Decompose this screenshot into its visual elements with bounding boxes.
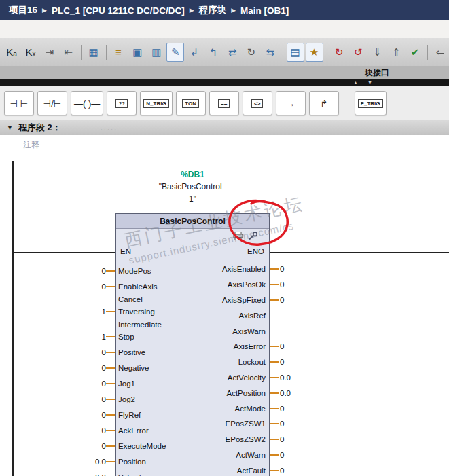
instance-name-line2[interactable]: 1" [115, 193, 270, 205]
delete-row-icon[interactable]: ↰ [204, 43, 222, 62]
n-trig-icon[interactable]: N_TRIG [140, 91, 172, 115]
breadcrumb-item[interactable]: 项目16 [9, 4, 37, 16]
cmp-ne-icon[interactable]: <> [243, 91, 272, 115]
output-label: AxisSpFixed [163, 296, 270, 304]
input-label: ModePos [118, 265, 151, 277]
input-value[interactable]: 0 [76, 424, 106, 437]
output-pin-row[interactable]: AxisError0 [163, 339, 319, 354]
interface-splitter-bar[interactable]: ▲ ▼ [0, 79, 449, 86]
output-pin-row[interactable]: ActPosition0.0 [163, 385, 319, 401]
absolute-view-icon[interactable]: Kₓ [22, 43, 39, 62]
absolute-operand-toggle-icon[interactable]: ▤ [287, 43, 304, 62]
upload-icon[interactable]: ⇑ [387, 43, 405, 62]
input-wire-stub [106, 414, 115, 416]
monitoring-icon[interactable]: ✔ [406, 43, 424, 62]
input-value[interactable]: 1 [76, 306, 106, 318]
input-value[interactable]: 0 [76, 378, 106, 390]
empty-box-icon[interactable]: ?? [107, 91, 137, 115]
instance-db-label[interactable]: %DB1 "BasicPosControl_ 1" [115, 168, 270, 205]
update-block-calls-icon[interactable]: ↻ [243, 43, 260, 62]
network-comment-placeholder[interactable]: 注释 [23, 139, 39, 151]
go-offline-icon[interactable]: ↺ [349, 43, 367, 62]
network-comment-dots[interactable]: ..... [101, 124, 118, 132]
close-branch-icon[interactable]: ↱ [309, 91, 339, 115]
program-editor-canvas[interactable]: 注释 %DB1 "BasicPosControl_ 1" BasicPosCon… [0, 135, 449, 476]
output-value[interactable]: 0 [280, 296, 284, 304]
input-value[interactable]: 0 [76, 393, 106, 405]
network-collapse-icon[interactable]: ▼ [7, 124, 13, 131]
input-value[interactable]: 0 [76, 280, 106, 293]
output-pin-row[interactable]: ActVelocity0.0 [163, 370, 319, 386]
output-pin-row[interactable]: Lockout0 [163, 354, 319, 370]
network-header[interactable]: ▼ 程序段 2： ..... [0, 120, 449, 136]
output-value[interactable]: 0 [280, 435, 284, 443]
output-value[interactable]: 0 [280, 265, 284, 273]
input-value[interactable]: 0.0 [76, 456, 106, 468]
cmp-eq-icon[interactable]: == [209, 91, 239, 115]
output-pin-row[interactable]: ActMode0 [163, 401, 319, 416]
output-pin-row[interactable]: AxisPosOk0 [163, 277, 319, 293]
output-value[interactable]: 0 [280, 342, 284, 350]
input-value[interactable]: 0 [76, 265, 106, 277]
output-label: EPosZSW2 [163, 435, 270, 443]
input-wire-stub [106, 383, 115, 384]
open-branch-icon[interactable]: → [276, 91, 306, 115]
network-list-icon[interactable]: ≡ [109, 43, 127, 62]
output-value[interactable]: 0.0 [280, 373, 291, 382]
go-online-icon[interactable]: ↻ [330, 43, 348, 62]
expand-networks-icon[interactable]: ▣ [128, 43, 146, 62]
no-contact-icon[interactable]: ⊣ ⊢ [4, 91, 34, 115]
p-trig-icon[interactable]: P_TRIG [355, 91, 387, 115]
splitter-down-icon[interactable]: ▼ [367, 79, 372, 86]
breadcrumb-item[interactable]: Main [OB1] [240, 5, 289, 16]
db-name[interactable]: %DB1 [115, 168, 270, 181]
nc-contact-icon[interactable]: ⊣/⊢ [37, 91, 67, 115]
output-value[interactable]: 0 [280, 420, 284, 428]
splitter-up-icon[interactable]: ▲ [353, 79, 358, 86]
input-value[interactable]: 0.0 [76, 471, 106, 476]
jump-to-icon[interactable]: ⇐ [431, 43, 449, 62]
insert-network-icon[interactable]: ▦ [85, 43, 103, 62]
insert-column-icon[interactable]: ⇄ [223, 43, 241, 62]
output-pin-row[interactable]: EPosZSW20 [163, 432, 319, 447]
eno-pin-label[interactable]: ENO [247, 247, 264, 255]
input-value[interactable]: 1 [76, 331, 106, 343]
symbolic-view-icon[interactable]: Kₐ [3, 43, 20, 62]
download-icon[interactable]: ⇓ [368, 43, 386, 62]
breadcrumb-item[interactable]: 程序块 [199, 4, 227, 16]
ton-timer-icon[interactable]: TON [176, 91, 206, 115]
output-pin-row[interactable]: AxisWarn [163, 323, 319, 339]
output-pin-row[interactable]: AxisEnabled0 [163, 261, 319, 277]
output-pin-row[interactable]: ActFault0 [163, 462, 319, 476]
next-network-icon[interactable]: ⇥ [41, 43, 58, 62]
output-value[interactable]: 0 [280, 451, 284, 459]
output-pin-row[interactable]: ActWarn0 [163, 447, 319, 463]
instance-name-line1[interactable]: "BasicPosControl_ [115, 181, 270, 193]
output-value[interactable]: 0 [280, 405, 284, 413]
input-label: FlyRef [118, 409, 141, 421]
function-block-title[interactable]: BasicPosControl [116, 214, 269, 229]
input-value[interactable]: 0 [76, 409, 106, 421]
breadcrumb-item[interactable]: PLC_1 [CPU 1211C DC/DC/DC] [52, 5, 185, 16]
prev-network-icon[interactable]: ⇤ [60, 43, 77, 62]
snapshot-icon[interactable] [232, 231, 243, 240]
output-value[interactable]: 0 [280, 466, 284, 475]
output-wire-stub [270, 392, 279, 394]
output-pin-row[interactable]: EPosZSW10 [163, 416, 319, 432]
en-pin-label[interactable]: EN [120, 247, 131, 255]
insert-row-icon[interactable]: ↲ [185, 43, 203, 62]
comment-toggle-icon[interactable]: ✎ [166, 43, 184, 62]
output-value[interactable]: 0 [280, 358, 284, 366]
output-pin-row[interactable]: AxisSpFixed0 [163, 293, 319, 308]
output-value[interactable]: 0.0 [280, 389, 291, 397]
compare-icon[interactable]: ⇆ [262, 43, 279, 62]
output-value[interactable]: 0 [280, 280, 284, 289]
coil-icon[interactable]: —( )— [71, 91, 103, 115]
output-pin-row[interactable]: AxisRef [163, 308, 319, 323]
collapse-networks-icon[interactable]: ▥ [147, 43, 165, 62]
input-value[interactable]: 0 [76, 362, 106, 374]
favorites-toggle-icon[interactable]: ★ [306, 43, 323, 62]
input-value[interactable]: 0 [76, 440, 106, 452]
modify-wrench-icon[interactable] [247, 231, 258, 240]
input-value[interactable]: 0 [76, 346, 106, 359]
